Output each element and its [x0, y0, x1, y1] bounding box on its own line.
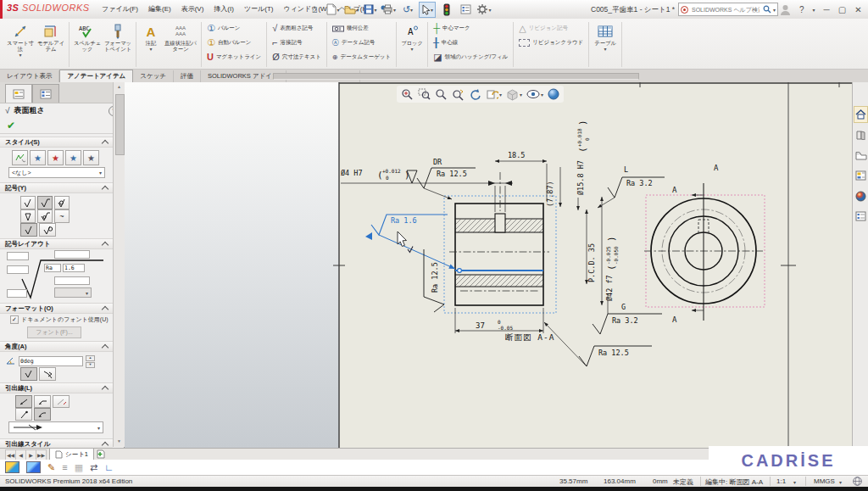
search-icon[interactable]: [763, 5, 771, 14]
menu-file[interactable]: ファイル(F): [102, 4, 138, 14]
graphics-area[interactable]: Ø4 H7 ( +0.012 0 ) DR Ra 12.5 18.5: [125, 82, 852, 448]
symbol-local-button[interactable]: [20, 223, 37, 237]
open-button[interactable]: ▾: [344, 3, 359, 17]
centerline-button[interactable]: ╂中心線: [431, 36, 509, 50]
collapse-chevron-icon[interactable]: [102, 305, 108, 312]
leader-bent-button[interactable]: [34, 395, 51, 408]
datum-feature-button[interactable]: Ⓐデータム記号: [331, 36, 392, 50]
user-account-icon[interactable]: [780, 4, 791, 15]
zoom-to-area-button[interactable]: [417, 87, 431, 102]
add-sheet-button[interactable]: [95, 449, 108, 459]
section-style-header[interactable]: スタイル(S): [0, 137, 113, 148]
hide-show-items-button[interactable]: ▾: [526, 88, 544, 100]
ok-button[interactable]: ✔: [7, 120, 15, 131]
caret-icon[interactable]: ▾: [813, 7, 815, 13]
zoom-to-fit-button[interactable]: [400, 87, 415, 102]
style-add-button[interactable]: ★: [30, 150, 46, 165]
help-search-input[interactable]: [690, 6, 761, 14]
drawing-sheet[interactable]: Ø4 H7 ( +0.012 0 ) DR Ra 12.5 18.5: [125, 82, 852, 448]
menu-edit[interactable]: 編集(E): [148, 4, 171, 14]
home-button[interactable]: ⌂: [307, 3, 322, 17]
section-angle-header[interactable]: 角度(A): [0, 341, 113, 352]
options-gear-button[interactable]: ▾: [476, 3, 492, 17]
layout-field-sampling-length[interactable]: [54, 276, 90, 285]
tab-layout[interactable]: レイアウト表示: [0, 70, 59, 82]
magnetic-line-button[interactable]: Uマグネットライン: [205, 50, 263, 64]
leader-straight-button[interactable]: [15, 395, 32, 408]
symbol-jis-basic-button[interactable]: [20, 209, 36, 223]
file-explorer-icon[interactable]: [854, 147, 868, 164]
caret-icon[interactable]: ▾: [19, 52, 21, 58]
sheet-scale[interactable]: 1:1: [776, 477, 786, 485]
custom-properties-icon[interactable]: [854, 208, 868, 225]
caret-icon[interactable]: ▾: [356, 7, 359, 13]
block-button[interactable]: A ブロック ▾: [400, 21, 424, 68]
appearances-icon[interactable]: [854, 187, 868, 204]
surface-finish-button[interactable]: √表面粗さ記号: [270, 21, 323, 36]
symbol-basic-button[interactable]: [20, 196, 36, 209]
style-dropdown[interactable]: <なし>▾: [8, 167, 105, 178]
rebuild-traffic-light-icon[interactable]: [439, 3, 454, 17]
section-format-header[interactable]: フォーマット(O): [0, 303, 113, 314]
scroll-up-icon[interactable]: ▲: [116, 84, 122, 90]
layout-field-ra-label[interactable]: [44, 264, 61, 272]
revision-symbol-button[interactable]: △リビジョン記号: [517, 21, 585, 36]
leader-none-button[interactable]: [53, 395, 70, 408]
part-box-icon[interactable]: [5, 461, 19, 473]
angle-rotated-button[interactable]: [39, 367, 56, 381]
caret-icon[interactable]: ▾: [773, 7, 776, 13]
collapse-chevron-icon[interactable]: [102, 385, 108, 392]
display-style-button[interactable]: ▾: [505, 87, 523, 102]
collapse-chevron-icon[interactable]: [102, 343, 108, 350]
angle-vertical-button[interactable]: [20, 367, 37, 381]
linear-note-pattern-button[interactable]: AAAAAA 直線状注記パターン: [164, 21, 198, 68]
restore-button[interactable]: ▢: [838, 5, 846, 14]
weld-symbol-button[interactable]: ⌐溶接記号: [270, 36, 323, 50]
caret-icon[interactable]: ▾: [374, 7, 376, 13]
tab-annotation[interactable]: アノテートアイテム: [59, 70, 133, 82]
symbol-all-around-button[interactable]: [39, 223, 56, 237]
leader-auto-button[interactable]: [15, 408, 32, 421]
layout-field-production-method[interactable]: [54, 250, 90, 259]
auto-balloon-button[interactable]: ①自動バルーン: [205, 36, 263, 50]
layout-field-min-roughness[interactable]: [7, 265, 29, 274]
style-load-button[interactable]: ★: [83, 150, 99, 165]
leader-arrow-style-dropdown[interactable]: ▾: [8, 421, 103, 433]
caret-icon[interactable]: ▾: [793, 479, 796, 485]
save-button[interactable]: ▾: [363, 3, 378, 17]
swap-arrows-icon[interactable]: ⇄: [90, 462, 97, 473]
caret-icon[interactable]: ▾: [839, 479, 842, 485]
zoom-in-out-button[interactable]: [434, 87, 448, 102]
magnifying-glass-button[interactable]: [451, 87, 465, 102]
sketch-pencil-icon[interactable]: ✎: [47, 462, 55, 473]
tab-evaluate[interactable]: 評価: [174, 70, 201, 82]
tab-sketch[interactable]: スケッチ: [133, 70, 174, 82]
file-properties-button[interactable]: [458, 3, 473, 17]
section-symbol-header[interactable]: 記号(Y): [0, 182, 113, 193]
style-save-button[interactable]: ★: [65, 150, 81, 165]
collapse-chevron-icon[interactable]: [102, 185, 108, 192]
format-painter-button[interactable]: フォーマットペイント: [103, 21, 132, 68]
symbol-machining-required-button[interactable]: [37, 196, 53, 209]
help-button[interactable]: ?: [799, 5, 804, 14]
assembly-box-icon[interactable]: [26, 461, 41, 473]
use-document-font-checkbox[interactable]: ✓: [10, 315, 19, 324]
collapse-chevron-icon[interactable]: [102, 139, 108, 146]
menu-insert[interactable]: 挿入(I): [214, 4, 234, 14]
section-leader-header[interactable]: 引出線(L): [0, 382, 113, 393]
datum-target-button[interactable]: ⊕データムターゲット: [331, 50, 392, 64]
new-document-button[interactable]: ▾: [326, 3, 341, 17]
close-button[interactable]: ✕: [854, 5, 861, 14]
spin-down-icon[interactable]: ▼: [86, 362, 95, 368]
line-format-icon[interactable]: ≡: [62, 462, 67, 472]
layout-lay-dropdown[interactable]: ▾: [54, 287, 92, 298]
geometric-tolerance-button[interactable]: 幾何公差: [331, 21, 392, 36]
caret-icon[interactable]: ▾: [410, 7, 413, 13]
table-button[interactable]: テーブル ▾: [593, 21, 618, 68]
coordinate-ruler-icon[interactable]: ∟: [104, 462, 114, 472]
note-button[interactable]: A 注記 ▾: [140, 21, 162, 68]
symbol-any-direction-button[interactable]: ~: [54, 209, 70, 223]
caret-icon[interactable]: ▾: [499, 92, 502, 98]
panel-scrollbar[interactable]: ▲ ▼: [113, 82, 125, 447]
edit-appearance-button[interactable]: [547, 87, 560, 101]
